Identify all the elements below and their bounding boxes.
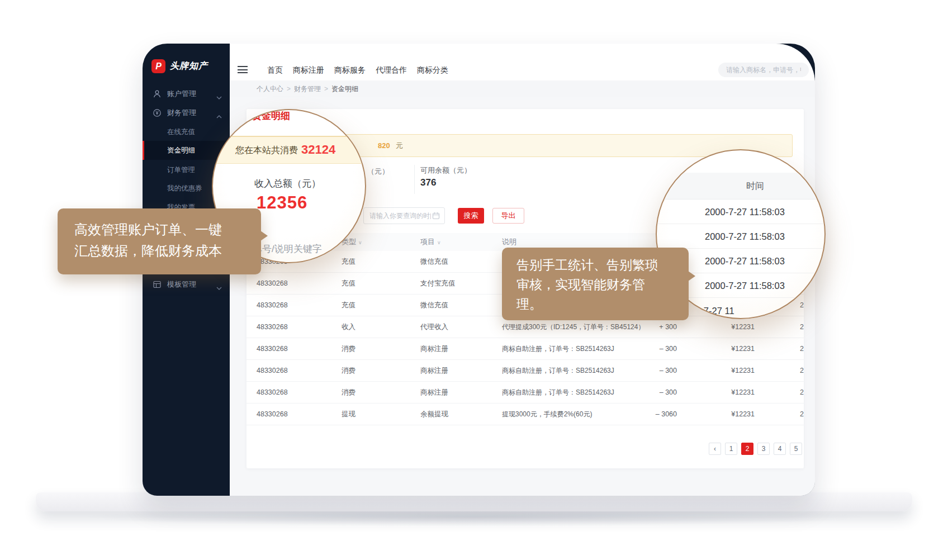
nav-item-home[interactable]: 首页: [267, 64, 283, 76]
pagination-page-2-active[interactable]: 2: [741, 443, 753, 455]
col-project-sort[interactable]: 项目: [420, 233, 441, 251]
sidebar-item-templates[interactable]: 模板管理: [143, 275, 230, 294]
cell-description: 商标自助注册，订单号：SB2514263J: [502, 338, 614, 359]
cell-description: 商标自助注册，订单号：SB2514263J: [502, 382, 614, 403]
cell-order-no: 48330268: [257, 360, 288, 381]
breadcrumb-item[interactable]: 财务管理: [294, 85, 321, 93]
hamburger-menu-icon[interactable]: [238, 66, 248, 74]
top-nav: 首页 商标注册 商标服务 代理合作 商标分类: [267, 64, 448, 76]
callout-right: 告别手工统计、告别繁琐 审核，实现智能财务管 理。: [502, 248, 689, 320]
chevron-up-icon: [216, 112, 222, 120]
sidebar-item-label: 资金明细: [167, 141, 195, 160]
cell-description: 商标自助注册，订单号：SB2514263J: [502, 360, 614, 381]
nav-item-register[interactable]: 商标注册: [293, 64, 324, 76]
magnified-notice-bar: 您在本站共消费 32124: [213, 136, 366, 164]
magnified-time-header: 时间: [657, 173, 826, 200]
breadcrumb-current: 资金明细: [331, 85, 358, 93]
mockup-canvas: P 头牌知产 账户管理 财务管理 在线充值 资金明细 订单管理: [0, 0, 948, 560]
table-row: 48330268 消费 商标注册 商标自助注册，订单号：SB2514263J –…: [247, 382, 804, 404]
date-query-field: [363, 207, 445, 224]
cell-time: 2000-7-27 11:58:03: [800, 382, 804, 403]
magnified-time-row: 2000-7-27 11:58:03: [657, 200, 826, 224]
logo[interactable]: P 头牌知产: [151, 59, 208, 73]
pagination: ‹ 1 2 3 4 5: [709, 443, 802, 455]
cell-type: 充值: [342, 251, 356, 272]
table-row: 48330268 消费 商标注册 商标自助注册，订单号：SB2514263J –…: [247, 360, 804, 382]
nav-item-agency[interactable]: 代理合作: [376, 64, 407, 76]
cell-balance: ¥12231: [731, 338, 755, 359]
sidebar-item-label: 订单管理: [167, 160, 195, 179]
stat-balance-value: 376: [420, 177, 436, 188]
sidebar-item-label: 模板管理: [167, 275, 196, 294]
pagination-page-4[interactable]: 4: [774, 443, 786, 455]
pagination-page-1[interactable]: 1: [725, 443, 737, 455]
magnified-time-row: 2000-7-27 11:58:03: [657, 224, 826, 249]
stat-balance-label: 可用余额（元）: [420, 165, 471, 175]
sidebar-item-fund-detail[interactable]: 资金明细: [143, 141, 230, 160]
cell-type: 提现: [342, 404, 356, 425]
export-button[interactable]: 导出: [492, 208, 524, 224]
cell-time: 2000-7-27 11:58:03: [800, 360, 804, 381]
sidebar-item-label: 我的优惠券: [167, 179, 202, 198]
cell-balance: ¥12231: [731, 382, 755, 403]
pagination-prev[interactable]: ‹: [709, 443, 721, 455]
cell-project: 商标注册: [420, 360, 448, 381]
notice-unit: 元: [396, 135, 403, 156]
pagination-page-5[interactable]: 5: [790, 443, 802, 455]
stat-divider: [414, 165, 415, 194]
stat-expense-label-partial: （元）: [367, 167, 389, 177]
cell-amount: – 300: [660, 382, 677, 403]
cell-project: 代理收入: [420, 316, 448, 338]
cell-type: 充值: [342, 295, 356, 316]
callout-left: 高效管理账户订单、一键 汇总数据，降低财务成本: [58, 208, 261, 274]
sidebar-item-label: 财务管理: [167, 103, 196, 122]
cell-project: 余额提现: [420, 404, 448, 425]
cell-type: 消费: [342, 338, 356, 359]
cell-amount: – 300: [660, 338, 677, 359]
cell-time: 2000-7-27 11:58:03: [800, 316, 804, 338]
magnified-time-value: 2000-7-27 11:58:03: [705, 273, 785, 298]
callout-left-line2: 汇总数据，降低财务成本: [74, 240, 261, 262]
cell-time: 2000-7-27 11:58:03: [800, 404, 804, 425]
sidebar-item-finance[interactable]: 财务管理: [143, 103, 230, 122]
sidebar-item-account[interactable]: 账户管理: [143, 84, 230, 103]
cell-project: 微信充值: [420, 251, 448, 272]
breadcrumb-bar: 个人中心>财务管理>资金明细: [230, 80, 815, 97]
magnified-time-header-label: 时间: [746, 173, 764, 200]
cell-time: 2000-7-27 11:58:03: [800, 338, 804, 359]
cell-project: 支付宝充值: [420, 273, 456, 294]
nav-item-category[interactable]: 商标分类: [417, 64, 448, 76]
cell-order-no: 48330268: [257, 404, 288, 425]
sidebar-item-label: 在线充值: [167, 122, 195, 141]
breadcrumb: 个人中心>财务管理>资金明细: [257, 80, 358, 97]
cell-balance: ¥12231: [731, 316, 755, 338]
nav-item-services[interactable]: 商标服务: [334, 64, 366, 76]
chevron-down-icon: [216, 283, 222, 292]
magnified-time-value: 2000-7-27 11:58:03: [705, 249, 785, 273]
cell-type: 消费: [342, 360, 356, 381]
callout-right-line3: 理。: [516, 295, 689, 314]
cell-type: 充值: [342, 273, 356, 294]
cell-order-no: 48330268: [257, 295, 288, 316]
magnified-income-value: 12356: [257, 193, 307, 213]
callout-right-line1: 告别手工统计、告别繁琐: [516, 255, 689, 275]
search-input[interactable]: [726, 63, 801, 77]
global-search: [718, 63, 809, 77]
pagination-page-3[interactable]: 3: [757, 443, 770, 455]
cell-order-no: 48330268: [257, 338, 288, 359]
user-icon: [153, 89, 162, 100]
magnified-notice-value: 32124: [301, 137, 335, 163]
cell-balance: ¥12231: [731, 360, 755, 381]
date-query-input[interactable]: [369, 208, 431, 224]
logo-icon: P: [151, 59, 165, 73]
cell-amount: – 3060: [656, 404, 677, 425]
breadcrumb-item[interactable]: 个人中心: [257, 85, 283, 93]
template-icon: [153, 280, 162, 291]
search-button[interactable]: 搜索: [458, 208, 484, 224]
sidebar-item-recharge[interactable]: 在线充值: [143, 122, 230, 141]
cell-project: 商标注册: [420, 382, 448, 403]
breadcrumb-separator: >: [324, 85, 328, 93]
chevron-down-icon: [216, 93, 222, 101]
cell-type: 收入: [342, 316, 356, 338]
cell-amount: – 300: [660, 360, 677, 381]
